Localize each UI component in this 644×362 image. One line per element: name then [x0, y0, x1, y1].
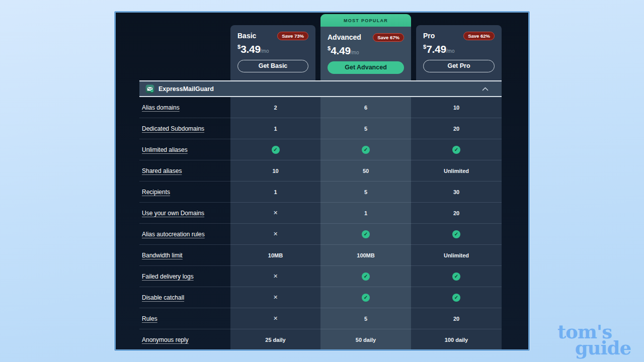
feature-value-basic: ✓	[230, 139, 320, 160]
toms-guide-logo: tom's guide	[557, 324, 631, 356]
check-icon: ✓	[452, 273, 460, 281]
feature-value-pro: ✓	[411, 266, 502, 287]
feature-label[interactable]: Unlimited aliases	[142, 146, 188, 153]
feature-value-basic: ✕	[230, 203, 320, 223]
price-advanced: $4.49/mo	[328, 45, 404, 57]
get-advanced-button[interactable]: Get Advanced	[328, 61, 404, 74]
feature-value-pro: Unlimited	[411, 160, 502, 181]
price-period: /mo	[261, 48, 269, 54]
feature-value-advanced: ✓	[320, 224, 411, 244]
check-icon: ✓	[362, 230, 370, 238]
feature-value-advanced: ✓	[320, 287, 411, 308]
feature-value-pro: ✓	[411, 139, 502, 160]
price-amount: 3.49	[240, 43, 261, 55]
price-basic: $3.49/mo	[237, 43, 308, 55]
feature-value-pro: 20	[411, 118, 502, 139]
feature-label[interactable]: Use your own Domains	[142, 210, 204, 217]
feature-value-advanced: ✓	[320, 139, 411, 160]
price-amount: 7.49	[426, 43, 446, 55]
feature-value-advanced: 100MB	[320, 245, 411, 265]
feature-label[interactable]: Bandwidth limit	[142, 252, 183, 259]
feature-label[interactable]: Rules	[142, 315, 157, 322]
feature-row: Recipients 1 5 30	[139, 182, 502, 203]
page-background: MOST POPULAR Basic Save 73% $3.49/mo Get…	[0, 0, 644, 362]
plan-name-basic: Basic	[237, 32, 256, 40]
feature-value-advanced: 50	[320, 160, 411, 181]
section-header-expressmailguard[interactable]: ExpressMailGuard	[139, 80, 502, 97]
check-icon: ✓	[452, 294, 460, 302]
cross-icon: ✕	[273, 315, 278, 322]
cross-icon: ✕	[273, 231, 278, 237]
feature-value-basic: 10MB	[230, 245, 320, 265]
feature-value-advanced: 5	[320, 308, 411, 329]
feature-label[interactable]: Alias autocreation rules	[142, 231, 205, 238]
feature-value-pro: 20	[411, 308, 502, 329]
currency-symbol: $	[423, 44, 426, 50]
feature-label[interactable]: Recipients	[142, 189, 170, 196]
check-icon: ✓	[362, 146, 370, 154]
currency-symbol: $	[328, 45, 331, 51]
feature-row: Bandwidth limit 10MB 100MB Unlimited	[139, 245, 502, 266]
feature-row: Disable catchall ✕ ✓ ✓	[139, 287, 502, 308]
feature-table: Alias domains 2 6 10 Dedicated Subdomain…	[139, 97, 502, 349]
feature-row: Failed delivery logs ✕ ✓ ✓	[139, 266, 502, 287]
plan-card-basic: Basic Save 73% $3.49/mo Get Basic	[230, 25, 315, 80]
pricing-comparison-panel: MOST POPULAR Basic Save 73% $3.49/mo Get…	[114, 11, 530, 351]
check-icon: ✓	[362, 294, 370, 302]
feature-value-basic: ✕	[230, 266, 320, 287]
feature-label[interactable]: Disable catchall	[142, 294, 184, 301]
feature-value-pro: 100 daily	[411, 329, 502, 349]
feature-label[interactable]: Shared aliases	[142, 167, 182, 174]
price-pro: $7.49/mo	[423, 43, 495, 55]
get-pro-button[interactable]: Get Pro	[423, 60, 495, 72]
chevron-up-icon[interactable]	[482, 87, 489, 91]
feature-row: Shared aliases 10 50 Unlimited	[139, 160, 502, 182]
feature-label[interactable]: Failed delivery logs	[142, 273, 194, 280]
plan-card-pro: Pro Save 62% $7.49/mo Get Pro	[416, 25, 502, 80]
price-amount: 4.49	[331, 45, 351, 56]
plan-card-advanced: Advanced Save 67% $4.49/mo Get Advanced	[320, 25, 411, 80]
feature-value-basic: ✕	[230, 287, 320, 308]
section-title: ExpressMailGuard	[158, 85, 214, 93]
feature-row: Anonymous reply 25 daily 50 daily 100 da…	[139, 329, 502, 349]
feature-value-basic: ✕	[230, 224, 320, 244]
feature-value-advanced: 5	[320, 118, 411, 139]
feature-row: Unlimited aliases ✓ ✓ ✓	[139, 139, 502, 160]
save-badge-advanced: Save 67%	[373, 33, 404, 42]
plan-name-advanced: Advanced	[328, 33, 361, 41]
cross-icon: ✕	[273, 210, 278, 216]
plan-name-pro: Pro	[423, 32, 435, 40]
feature-row: Alias autocreation rules ✕ ✓ ✓	[139, 224, 502, 245]
feature-value-advanced: 5	[320, 182, 411, 202]
feature-value-advanced: 6	[320, 97, 411, 118]
feature-value-advanced: ✓	[320, 266, 411, 287]
get-basic-button[interactable]: Get Basic	[237, 60, 308, 72]
feature-value-basic: ✕	[230, 308, 320, 329]
feature-value-pro: 20	[411, 203, 502, 223]
feature-value-advanced: 50 daily	[320, 329, 411, 349]
feature-value-advanced: 1	[320, 203, 411, 223]
feature-row: Use your own Domains ✕ 1 20	[139, 203, 502, 224]
feature-value-pro: 30	[411, 182, 502, 202]
save-badge-pro: Save 62%	[463, 32, 495, 40]
feature-value-pro: 10	[411, 97, 502, 118]
feature-value-basic: 1	[230, 118, 320, 139]
price-period: /mo	[446, 48, 455, 54]
feature-row: Dedicated Subdomains 1 5 20	[139, 118, 502, 139]
cross-icon: ✕	[273, 273, 278, 280]
feature-value-basic: 2	[230, 97, 320, 118]
feature-label[interactable]: Alias domains	[142, 104, 180, 111]
feature-label[interactable]: Anonymous reply	[142, 336, 189, 343]
check-icon: ✓	[452, 230, 460, 238]
currency-symbol: $	[237, 44, 240, 50]
check-icon: ✓	[362, 273, 370, 281]
feature-value-basic: 1	[230, 182, 320, 202]
feature-value-pro: ✓	[411, 287, 502, 308]
save-badge-basic: Save 73%	[277, 32, 308, 40]
feature-label[interactable]: Dedicated Subdomains	[142, 125, 204, 132]
cross-icon: ✕	[273, 294, 278, 301]
feature-row: Alias domains 2 6 10	[139, 97, 502, 118]
feature-value-pro: ✓	[411, 224, 502, 244]
feature-value-pro: Unlimited	[411, 245, 502, 265]
check-icon: ✓	[272, 146, 280, 154]
